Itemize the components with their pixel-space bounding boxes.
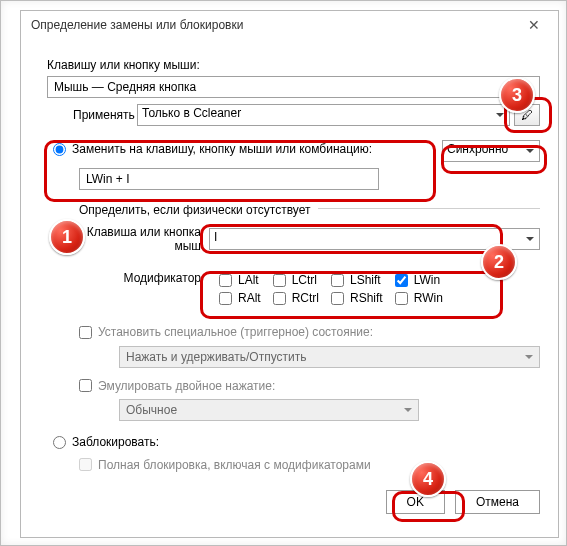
replace-value-input[interactable] xyxy=(79,168,379,190)
key-or-mouse-button-label: Клавиша или кнопка мыш xyxy=(79,225,209,253)
mod-ralt[interactable]: RAlt xyxy=(219,291,261,305)
key-or-mouse-label: Клавишу или кнопку мыши: xyxy=(47,58,540,72)
mod-rwin[interactable]: RWin xyxy=(395,291,443,305)
define-if-missing-label: Определить, если физически отсутствует xyxy=(79,203,310,217)
close-button[interactable]: ✕ xyxy=(518,16,550,34)
special-state-check[interactable]: Установить специальное (триггерное) сост… xyxy=(79,325,373,339)
modifiers-label: Модификатор xyxy=(79,267,209,285)
window-title: Определение замены или блокировки xyxy=(31,18,243,32)
full-block-check: Полная блокировка, включая с модификатор… xyxy=(79,458,371,472)
physical-key-select[interactable]: I xyxy=(209,228,540,250)
replace-radio[interactable]: Заменить на клавишу, кнопку мыши или ком… xyxy=(53,142,372,156)
apply-to-label: Применять xyxy=(47,108,137,122)
special-state-select: Нажать и удерживать/Отпустить xyxy=(119,346,540,368)
ok-button[interactable]: OK xyxy=(386,490,445,514)
mod-rshift[interactable]: RShift xyxy=(331,291,383,305)
double-press-select: Обычное xyxy=(119,399,419,421)
block-radio[interactable]: Заблокировать: xyxy=(53,435,159,449)
sync-mode-select[interactable]: Синхронно xyxy=(442,140,540,162)
cancel-button[interactable]: Отмена xyxy=(455,490,540,514)
replace-radio-label: Заменить на клавишу, кнопку мыши или ком… xyxy=(72,142,372,156)
close-icon: ✕ xyxy=(528,18,540,32)
mod-lctrl[interactable]: LCtrl xyxy=(273,273,319,287)
emulate-double-check[interactable]: Эмулировать двойное нажатие: xyxy=(79,379,275,393)
picker-icon: 🖊 xyxy=(521,108,533,122)
mod-rctrl[interactable]: RCtrl xyxy=(273,291,319,305)
picker-button[interactable]: 🖊 xyxy=(514,104,540,126)
main-key-input[interactable] xyxy=(47,76,540,98)
mod-lshift[interactable]: LShift xyxy=(331,273,383,287)
mod-lwin[interactable]: LWin xyxy=(395,273,443,287)
apply-to-select[interactable]: Только в Ccleaner xyxy=(137,104,510,126)
titlebar: Определение замены или блокировки ✕ xyxy=(21,11,558,40)
modifier-grid: LAlt LCtrl LShift LWin RAlt RCtrl RShift… xyxy=(209,267,453,311)
mod-lalt[interactable]: LAlt xyxy=(219,273,261,287)
